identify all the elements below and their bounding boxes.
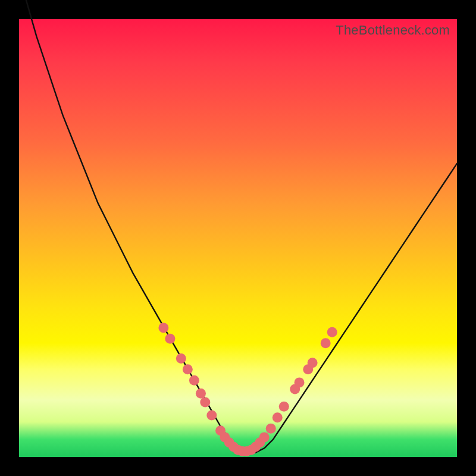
data-marker	[273, 412, 283, 422]
data-marker	[176, 353, 186, 364]
data-marker	[183, 364, 193, 374]
marker-group	[158, 322, 337, 456]
data-marker	[206, 411, 217, 421]
plot-area: TheBottleneck.com	[19, 19, 457, 457]
data-marker	[327, 327, 337, 337]
data-marker	[165, 334, 175, 344]
data-marker	[321, 338, 331, 348]
data-marker	[308, 358, 318, 368]
data-marker	[266, 424, 276, 434]
data-marker	[158, 322, 168, 333]
data-marker	[196, 389, 206, 399]
data-marker	[295, 377, 305, 387]
chart-frame: TheBottleneck.com	[0, 0, 476, 476]
curve-layer	[19, 19, 457, 457]
data-marker	[200, 397, 210, 408]
data-marker	[189, 375, 199, 386]
bottleneck-curve	[19, 0, 457, 453]
data-marker	[279, 402, 289, 412]
data-marker	[259, 432, 270, 442]
